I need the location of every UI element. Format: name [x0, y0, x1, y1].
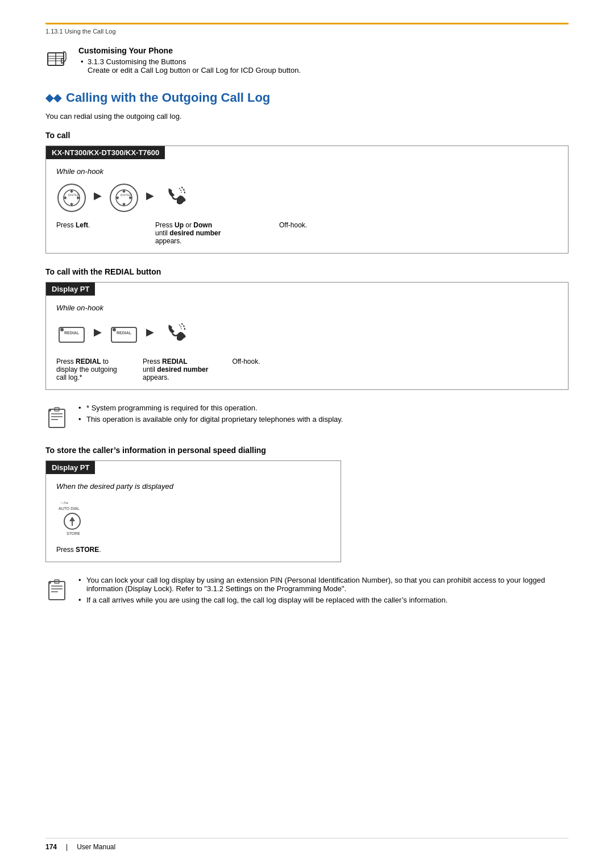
- label-redial-press: Press REDIALuntil desired numberappears.: [143, 358, 208, 381]
- arrow-2: ▶: [146, 189, 154, 202]
- while-onhook-1: While on-hook: [56, 167, 558, 176]
- steps-row-1: ENTER ▶: [56, 182, 558, 213]
- redial-btn-2-icon: REDIAL: [109, 323, 139, 346]
- phone-offhook-icon: [161, 182, 192, 213]
- svg-text:→/⇒: →/⇒: [60, 501, 68, 505]
- note-store-1: You can lock your call log display by us…: [78, 576, 569, 593]
- page: 1.13.1 Using the Call Log Customising Yo…: [0, 0, 614, 868]
- svg-marker-45: [69, 517, 75, 521]
- label-press-store: Press STORE.: [56, 546, 330, 554]
- notes-store-list: You can lock your call log display by us…: [78, 576, 569, 607]
- store-button-icon: →/⇒ AUTO DIAL STORE: [56, 497, 90, 537]
- device-title-display-pt-1: Display PT: [46, 283, 95, 296]
- step-phone-2: [161, 319, 192, 350]
- arrow-1: ▶: [94, 189, 102, 202]
- arrow-3: ▶: [94, 326, 102, 338]
- step-phone: [161, 182, 192, 213]
- notes-redial-list: * System programming is required for thi…: [78, 404, 343, 426]
- label-press-left: Press Left.: [56, 221, 102, 229]
- subtitle-text: You can redial using the outgoing call l…: [45, 112, 569, 121]
- label-offhook-1: Off-hook.: [279, 221, 325, 229]
- svg-rect-36: [49, 409, 65, 427]
- step-enter-updown: ENTER: [109, 182, 139, 213]
- to-store-heading: To store the caller’s information in per…: [45, 446, 569, 455]
- svg-point-19: [110, 184, 138, 211]
- while-onhook-2: While on-hook: [56, 304, 558, 312]
- to-call-redial-heading: To call with the REDIAL button: [45, 267, 569, 276]
- customising-box: Customising Your Phone 3.1.3 Customising…: [45, 46, 569, 74]
- main-title-text: Calling with the Outgoing Call Log: [66, 90, 270, 105]
- enter-updown-icon: ENTER: [109, 182, 139, 213]
- customising-content: Customising Your Phone 3.1.3 Customising…: [78, 46, 301, 74]
- customising-item: 3.1.3 Customising the Buttons Create or …: [88, 57, 301, 74]
- to-store-content: When the desired party is displayed →/⇒ …: [46, 474, 341, 562]
- to-call-redial-content: While on-hook REDIAL ▶: [46, 296, 568, 389]
- device-title-kx: KX-NT300/KX-DT300/KX-T7600: [46, 146, 165, 159]
- svg-point-8: [58, 184, 85, 211]
- svg-text:ENTER: ENTER: [68, 193, 80, 197]
- notes-icon-1: [45, 405, 70, 430]
- step-enter-left: ENTER: [56, 182, 87, 213]
- section-header: 1.13.1 Using the Call Log: [45, 28, 569, 35]
- svg-text:ENTER: ENTER: [121, 193, 132, 197]
- notes-redial-box: * System programming is required for thi…: [45, 404, 569, 430]
- customising-title: Customising Your Phone: [78, 46, 301, 55]
- step-redial-2: REDIAL: [109, 323, 139, 346]
- to-call-content: While on-hook: [46, 159, 568, 253]
- top-rule: [45, 23, 569, 24]
- customising-desc: Create or edit a Call Log button or Call…: [88, 66, 301, 74]
- page-number: 174: [45, 843, 57, 851]
- step-redial-1: REDIAL: [56, 323, 87, 346]
- device-title-display-pt-2: Display PT: [46, 461, 95, 474]
- svg-rect-48: [49, 582, 65, 600]
- svg-point-31: [60, 328, 64, 331]
- notes-store-box: You can lock your call log display by us…: [45, 576, 569, 607]
- to-call-box: KX-NT300/KX-DT300/KX-T7600 While on-hook: [45, 146, 569, 254]
- diamond-icons: ◆◆: [45, 92, 61, 104]
- to-call-redial-box: Display PT While on-hook REDIAL ▶: [45, 282, 569, 390]
- when-displayed: When the desired party is displayed: [56, 482, 330, 491]
- to-call-heading: To call: [45, 131, 569, 140]
- label-offhook-2: Off-hook.: [232, 358, 277, 366]
- footer-label: User Manual: [77, 843, 115, 851]
- note-item-2: This operation is available only for dig…: [78, 415, 343, 423]
- svg-point-41: [49, 409, 51, 412]
- customising-ref: 3.1.3 Customising the Buttons: [88, 57, 186, 66]
- labels-row-2: Press REDIAL todisplay the outgoingcall …: [56, 358, 558, 381]
- svg-point-34: [113, 328, 116, 331]
- note-store-2: If a call arrives while you are using th…: [78, 596, 569, 604]
- label-up-down: Press Up or Downuntil desired numberappe…: [155, 221, 252, 245]
- notes-icon-2: [45, 577, 70, 602]
- footer: 174 | User Manual: [45, 838, 569, 851]
- svg-text:REDIAL: REDIAL: [117, 331, 132, 335]
- footer-separator: |: [66, 843, 68, 851]
- label-redial-display: Press REDIAL todisplay the outgoingcall …: [56, 358, 125, 381]
- redial-btn-1-icon: REDIAL: [56, 323, 87, 346]
- svg-text:STORE: STORE: [67, 531, 80, 535]
- note-item-1: * System programming is required for thi…: [78, 404, 343, 412]
- svg-point-53: [49, 582, 51, 584]
- arrow-4: ▶: [146, 326, 154, 338]
- phone-offhook-2-icon: [161, 319, 192, 350]
- section-title: ◆◆ Calling with the Outgoing Call Log: [45, 90, 569, 105]
- labels-row-1: Press Left. Press Up or Downuntil desire…: [56, 221, 558, 245]
- svg-text:AUTO DIAL: AUTO DIAL: [59, 506, 80, 510]
- steps-row-2: REDIAL ▶ REDIAL ▶: [56, 319, 558, 350]
- enter-left-icon: ENTER: [56, 182, 87, 213]
- book-icon: [45, 47, 70, 72]
- store-icon-row: →/⇒ AUTO DIAL STORE: [56, 497, 330, 539]
- svg-text:REDIAL: REDIAL: [64, 331, 80, 335]
- to-store-box: Display PT When the desired party is dis…: [45, 460, 341, 562]
